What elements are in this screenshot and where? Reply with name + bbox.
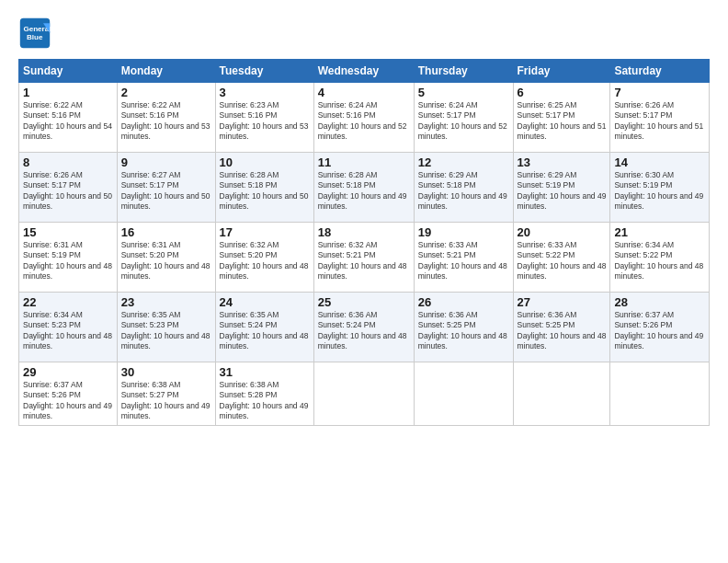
day-info: Sunrise: 6:38 AMSunset: 5:27 PMDaylight:… xyxy=(121,380,211,422)
day-info: Sunrise: 6:30 AMSunset: 5:19 PMDaylight:… xyxy=(614,170,705,213)
day-info: Sunrise: 6:33 AMSunset: 5:22 PMDaylight:… xyxy=(518,240,607,282)
logo-icon: General Blue xyxy=(18,17,51,50)
day-number: 1 xyxy=(23,86,113,99)
calendar-cell: 8Sunrise: 6:26 AMSunset: 5:17 PMDaylight… xyxy=(19,153,118,223)
calendar-cell: 6Sunrise: 6:25 AMSunset: 5:17 PMDaylight… xyxy=(513,83,610,153)
day-info: Sunrise: 6:35 AMSunset: 5:23 PMDaylight:… xyxy=(121,310,211,352)
calendar-cell: 16Sunrise: 6:31 AMSunset: 5:20 PMDayligh… xyxy=(117,223,215,293)
day-number: 20 xyxy=(518,225,607,239)
day-number: 12 xyxy=(418,155,509,169)
day-info: Sunrise: 6:37 AMSunset: 5:26 PMDaylight:… xyxy=(23,380,113,422)
day-info: Sunrise: 6:31 AMSunset: 5:19 PMDaylight:… xyxy=(23,240,113,282)
calendar-cell: 7Sunrise: 6:26 AMSunset: 5:17 PMDaylight… xyxy=(610,83,710,153)
calendar-cell: 13Sunrise: 6:29 AMSunset: 5:19 PMDayligh… xyxy=(513,153,610,223)
day-info: Sunrise: 6:36 AMSunset: 5:24 PMDaylight:… xyxy=(318,310,410,352)
logo: General Blue xyxy=(18,17,57,50)
day-number: 8 xyxy=(23,155,113,169)
day-number: 5 xyxy=(418,86,509,99)
day-number: 14 xyxy=(614,155,705,169)
day-number: 13 xyxy=(518,155,607,169)
day-number: 28 xyxy=(614,295,705,309)
calendar-cell: 14Sunrise: 6:30 AMSunset: 5:19 PMDayligh… xyxy=(610,153,710,223)
day-info: Sunrise: 6:26 AMSunset: 5:17 PMDaylight:… xyxy=(614,100,705,143)
weekday-header-tuesday: Tuesday xyxy=(215,60,313,83)
calendar-week-4: 22Sunrise: 6:34 AMSunset: 5:23 PMDayligh… xyxy=(19,293,710,362)
day-info: Sunrise: 6:26 AMSunset: 5:17 PMDaylight:… xyxy=(23,170,113,213)
calendar-cell: 11Sunrise: 6:28 AMSunset: 5:18 PMDayligh… xyxy=(313,153,414,223)
day-info: Sunrise: 6:35 AMSunset: 5:24 PMDaylight:… xyxy=(220,310,310,352)
day-number: 25 xyxy=(318,295,410,309)
calendar-cell: 1Sunrise: 6:22 AMSunset: 5:16 PMDaylight… xyxy=(19,83,118,153)
calendar-cell xyxy=(414,362,513,426)
calendar-cell: 24Sunrise: 6:35 AMSunset: 5:24 PMDayligh… xyxy=(215,293,313,362)
day-number: 3 xyxy=(220,86,310,99)
day-number: 24 xyxy=(220,295,310,309)
header: General Blue xyxy=(18,17,710,50)
calendar-cell: 22Sunrise: 6:34 AMSunset: 5:23 PMDayligh… xyxy=(19,293,118,362)
weekday-header-monday: Monday xyxy=(117,60,215,83)
day-number: 6 xyxy=(518,86,607,99)
day-number: 21 xyxy=(614,225,705,239)
day-number: 17 xyxy=(220,225,310,239)
weekday-header-friday: Friday xyxy=(513,60,610,83)
calendar-cell: 10Sunrise: 6:28 AMSunset: 5:18 PMDayligh… xyxy=(215,153,313,223)
day-number: 26 xyxy=(418,295,509,309)
calendar-cell: 30Sunrise: 6:38 AMSunset: 5:27 PMDayligh… xyxy=(117,362,215,426)
calendar-cell: 18Sunrise: 6:32 AMSunset: 5:21 PMDayligh… xyxy=(313,223,414,293)
calendar-cell xyxy=(610,362,710,426)
day-number: 30 xyxy=(121,365,211,379)
day-info: Sunrise: 6:32 AMSunset: 5:21 PMDaylight:… xyxy=(318,240,410,282)
day-number: 16 xyxy=(121,225,211,239)
day-info: Sunrise: 6:28 AMSunset: 5:18 PMDaylight:… xyxy=(220,170,310,213)
day-number: 10 xyxy=(220,155,310,169)
weekday-header-wednesday: Wednesday xyxy=(313,60,414,83)
day-info: Sunrise: 6:31 AMSunset: 5:20 PMDaylight:… xyxy=(121,240,211,282)
calendar-cell: 5Sunrise: 6:24 AMSunset: 5:17 PMDaylight… xyxy=(414,83,513,153)
calendar-cell: 9Sunrise: 6:27 AMSunset: 5:17 PMDaylight… xyxy=(117,153,215,223)
day-info: Sunrise: 6:24 AMSunset: 5:17 PMDaylight:… xyxy=(418,100,509,143)
calendar-cell: 23Sunrise: 6:35 AMSunset: 5:23 PMDayligh… xyxy=(117,293,215,362)
weekday-header-saturday: Saturday xyxy=(610,60,710,83)
day-info: Sunrise: 6:29 AMSunset: 5:18 PMDaylight:… xyxy=(418,170,509,213)
calendar-table: SundayMondayTuesdayWednesdayThursdayFrid… xyxy=(18,59,710,426)
day-number: 19 xyxy=(418,225,509,239)
day-info: Sunrise: 6:38 AMSunset: 5:28 PMDaylight:… xyxy=(220,380,310,422)
calendar-cell: 29Sunrise: 6:37 AMSunset: 5:26 PMDayligh… xyxy=(19,362,118,426)
day-info: Sunrise: 6:28 AMSunset: 5:18 PMDaylight:… xyxy=(318,170,410,213)
day-number: 18 xyxy=(318,225,410,239)
calendar-cell: 31Sunrise: 6:38 AMSunset: 5:28 PMDayligh… xyxy=(215,362,313,426)
weekday-header-sunday: Sunday xyxy=(19,60,118,83)
day-number: 22 xyxy=(23,295,113,309)
day-number: 7 xyxy=(614,86,705,99)
day-number: 2 xyxy=(121,86,211,99)
calendar-cell: 2Sunrise: 6:22 AMSunset: 5:16 PMDaylight… xyxy=(117,83,215,153)
day-number: 11 xyxy=(318,155,410,169)
calendar-cell: 20Sunrise: 6:33 AMSunset: 5:22 PMDayligh… xyxy=(513,223,610,293)
page: General Blue SundayMondayTuesdayWednesda… xyxy=(0,0,728,563)
day-number: 4 xyxy=(318,86,410,99)
day-info: Sunrise: 6:36 AMSunset: 5:25 PMDaylight:… xyxy=(418,310,509,352)
day-info: Sunrise: 6:23 AMSunset: 5:16 PMDaylight:… xyxy=(220,100,310,143)
day-info: Sunrise: 6:34 AMSunset: 5:22 PMDaylight:… xyxy=(614,240,705,282)
day-info: Sunrise: 6:33 AMSunset: 5:21 PMDaylight:… xyxy=(418,240,509,282)
calendar-cell: 28Sunrise: 6:37 AMSunset: 5:26 PMDayligh… xyxy=(610,293,710,362)
day-info: Sunrise: 6:22 AMSunset: 5:16 PMDaylight:… xyxy=(23,100,113,143)
calendar-cell: 12Sunrise: 6:29 AMSunset: 5:18 PMDayligh… xyxy=(414,153,513,223)
day-number: 23 xyxy=(121,295,211,309)
calendar-cell xyxy=(513,362,610,426)
header-row: SundayMondayTuesdayWednesdayThursdayFrid… xyxy=(19,60,710,83)
calendar-cell: 26Sunrise: 6:36 AMSunset: 5:25 PMDayligh… xyxy=(414,293,513,362)
day-info: Sunrise: 6:25 AMSunset: 5:17 PMDaylight:… xyxy=(518,100,607,143)
day-info: Sunrise: 6:29 AMSunset: 5:19 PMDaylight:… xyxy=(518,170,607,213)
day-number: 27 xyxy=(518,295,607,309)
day-number: 15 xyxy=(23,225,113,239)
calendar-week-1: 1Sunrise: 6:22 AMSunset: 5:16 PMDaylight… xyxy=(19,83,710,153)
day-info: Sunrise: 6:32 AMSunset: 5:20 PMDaylight:… xyxy=(220,240,310,282)
calendar-week-2: 8Sunrise: 6:26 AMSunset: 5:17 PMDaylight… xyxy=(19,153,710,223)
calendar-cell: 4Sunrise: 6:24 AMSunset: 5:16 PMDaylight… xyxy=(313,83,414,153)
weekday-header-thursday: Thursday xyxy=(414,60,513,83)
svg-text:Blue: Blue xyxy=(27,33,43,41)
calendar-cell xyxy=(313,362,414,426)
calendar-week-5: 29Sunrise: 6:37 AMSunset: 5:26 PMDayligh… xyxy=(19,362,710,426)
calendar-cell: 27Sunrise: 6:36 AMSunset: 5:25 PMDayligh… xyxy=(513,293,610,362)
